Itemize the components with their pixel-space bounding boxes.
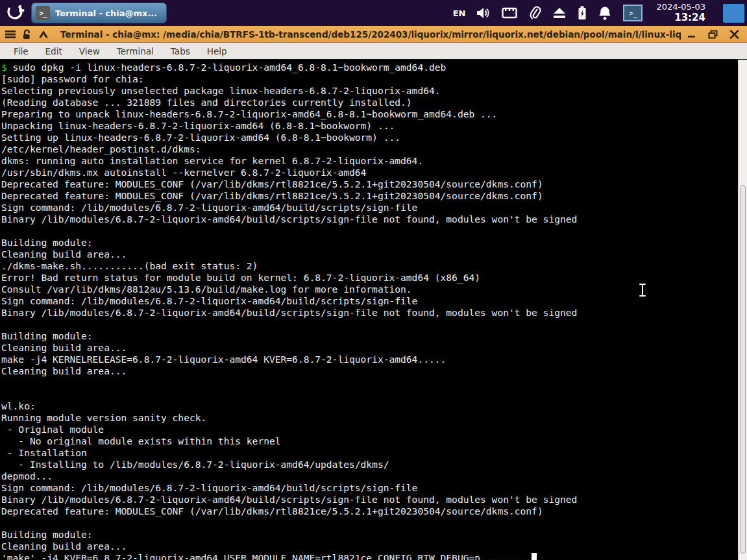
window-title: Terminal - chia@mx: /media/chia/BTRFS-1t… xyxy=(60,29,681,40)
shell-command: sudo dpkg -i linux-headers-6.8.7-2-liquo… xyxy=(13,62,447,73)
terminal-line: Consult /var/lib/dkms/8812au/5.13.6/buil… xyxy=(1,284,738,295)
scrollbar-thumb[interactable] xyxy=(740,185,746,554)
terminal-line: Binary /lib/modules/6.8.7-2-liquorix-amd… xyxy=(1,213,738,225)
clock-widget[interactable]: 2024-05-03 13:24 xyxy=(656,3,705,23)
terminal-line: depmod... xyxy=(1,470,738,482)
terminal-line: make -j4 KERNELRELEASE=6.8.7-2-liquorix-… xyxy=(1,354,738,365)
keyboard-layout-indicator[interactable]: EN xyxy=(453,8,466,18)
unlock-icon[interactable] xyxy=(22,29,32,40)
window-menu-icon[interactable] xyxy=(5,30,16,39)
window-titlebar[interactable]: Terminal - chia@mx: /media/chia/BTRFS-1t… xyxy=(0,26,747,43)
scroll-top-icon[interactable] xyxy=(38,30,49,38)
terminal-line xyxy=(1,319,738,330)
taskbar-button-terminal[interactable]: >_ Terminal - chia@mx... xyxy=(31,3,167,23)
menu-tabs[interactable]: Tabs xyxy=(164,44,197,58)
terminal-line: Unpacking linux-headers-6.8.7-2-liquorix… xyxy=(1,120,738,132)
terminal-line: Preparing to unpack linux-headers-6.8.7-… xyxy=(1,108,738,120)
scrollbar[interactable] xyxy=(738,60,747,560)
minimize-button[interactable] xyxy=(687,30,696,39)
maximize-button[interactable] xyxy=(708,30,718,39)
taskbar-button-label: Terminal - chia@mx... xyxy=(55,8,157,18)
terminal-line xyxy=(1,225,738,237)
close-button[interactable] xyxy=(729,30,739,39)
terminal-line: Cleaning build area... xyxy=(1,342,738,354)
system-tray: EN xyxy=(453,3,744,23)
menubar: FileEditViewTerminalTabsHelp xyxy=(0,43,747,60)
eject-icon[interactable] xyxy=(552,7,567,19)
terminal-line: Binary /lib/modules/6.8.7-2-liquorix-amd… xyxy=(1,307,738,319)
distro-logo-icon xyxy=(6,2,25,24)
terminal-window-body: $ sudo dpkg -i linux-headers-6.8.7-2-liq… xyxy=(0,60,747,560)
terminal-output[interactable]: $ sudo dpkg -i linux-headers-6.8.7-2-liq… xyxy=(0,60,738,560)
terminal-line: wl.ko: xyxy=(1,400,738,412)
terminal-line: Sign command: /lib/modules/6.8.7-2-liquo… xyxy=(1,202,738,213)
terminal-line: (Reading database ... 321889 files and d… xyxy=(1,97,738,108)
tray-time: 13:24 xyxy=(656,12,705,23)
keyboard-icon[interactable] xyxy=(502,7,517,19)
terminal-line: Error! Bad return status for module buil… xyxy=(1,272,738,284)
terminal-line xyxy=(1,517,738,529)
workspace-pager[interactable] xyxy=(723,4,744,23)
terminal-line: Sign command: /lib/modules/6.8.7-2-liquo… xyxy=(1,295,738,307)
notifications-icon[interactable] xyxy=(598,6,612,21)
terminal-line: Building module: xyxy=(1,330,738,342)
terminal-line: $ sudo dpkg -i linux-headers-6.8.7-2-liq… xyxy=(1,62,738,73)
terminal-line: Deprecated feature: MODULES_CONF (/var/l… xyxy=(1,505,738,517)
terminal-line xyxy=(1,377,738,389)
shell-prompt: $ xyxy=(1,62,13,73)
terminal-line: /etc/kernel/header_postinst.d/dkms: xyxy=(1,143,738,155)
tray-date: 2024-05-03 xyxy=(656,3,705,12)
terminal-line: Building module: xyxy=(1,529,738,541)
menu-help[interactable]: Help xyxy=(200,44,234,58)
volume-icon[interactable] xyxy=(476,6,491,19)
terminal-line: - Original module xyxy=(1,424,738,435)
app-menu-button[interactable] xyxy=(4,1,27,25)
terminal-line: Selecting previously unselected package … xyxy=(1,85,738,97)
terminal-line: Running module version sanity check. xyxy=(1,412,738,424)
terminal-line: Cleaning build area... xyxy=(1,365,738,377)
terminal-line: 'make' -j4 KVER=6.8.7-2-liquorix-amd64 U… xyxy=(1,552,738,560)
terminal-line: Building module: xyxy=(1,237,738,249)
terminal-line: Cleaning build area... xyxy=(1,541,738,552)
terminal-line: dkms: running auto installation service … xyxy=(1,155,738,167)
terminal-line: Binary /lib/modules/6.8.7-2-liquorix-amd… xyxy=(1,494,738,505)
terminal-line: - No original module exists within this … xyxy=(1,435,738,447)
terminal-app-icon: >_ xyxy=(36,6,50,20)
terminal-cursor xyxy=(532,553,537,560)
terminal-line: ./dkms-make.sh...........(bad exit statu… xyxy=(1,260,738,272)
terminal-line: [sudo] password for chia: xyxy=(1,73,738,85)
menu-file[interactable]: File xyxy=(6,44,36,58)
terminal-line: /usr/sbin/dkms.mx autoinstall --kernelve… xyxy=(1,167,738,178)
terminal-line: - Installing to /lib/modules/6.8.7-2-liq… xyxy=(1,459,738,470)
menu-terminal[interactable]: Terminal xyxy=(110,44,161,58)
terminal-line: - Installation xyxy=(1,447,738,459)
terminal-line: Cleaning build area... xyxy=(1,249,738,260)
paperclip-icon[interactable] xyxy=(528,6,541,20)
terminal-line xyxy=(1,389,738,400)
terminal-line: Sign command: /lib/modules/6.8.7-2-liquo… xyxy=(1,482,738,494)
terminal-line: Deprecated feature: MODULES_CONF (/var/l… xyxy=(1,178,738,190)
terminal-line: Deprecated feature: MODULES_CONF (/var/l… xyxy=(1,190,738,202)
desktop-panel: >_ Terminal - chia@mx... EN xyxy=(0,0,747,26)
menu-edit[interactable]: Edit xyxy=(38,44,69,58)
battery-icon[interactable] xyxy=(578,6,587,20)
menu-view[interactable]: View xyxy=(72,44,107,58)
terminal-line: Setting up linux-headers-6.8.7-2-liquori… xyxy=(1,132,738,143)
terminal-tray-icon[interactable]: >_ xyxy=(623,5,643,21)
